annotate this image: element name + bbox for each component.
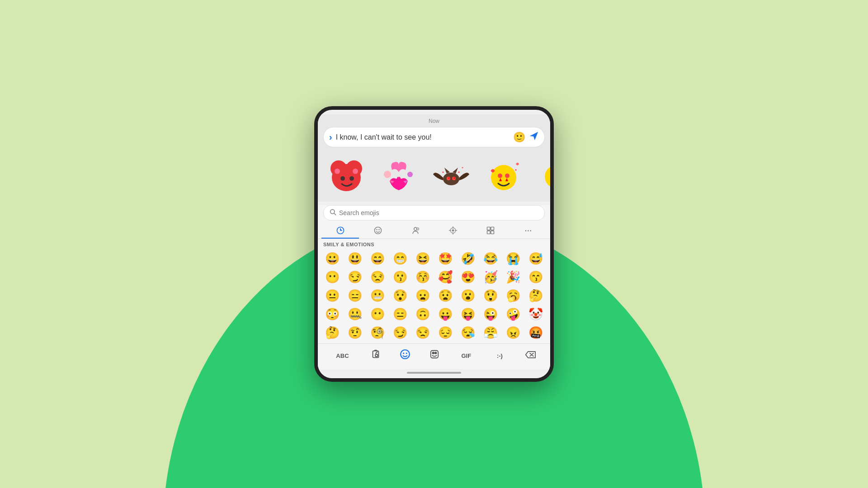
emoji-cell[interactable]: 😏 (344, 268, 366, 286)
emoji-keyboard: ⋯ SMILY & EMOTIONS 😀 😃 😄 😁 😆 🤩 🤣 😂 😭 😅 😶… (318, 205, 550, 369)
emoji-cell[interactable]: 🤡 (525, 305, 547, 323)
svg-point-14 (498, 174, 502, 178)
emoji-cell[interactable]: 🥰 (434, 268, 456, 286)
tab-objects[interactable] (434, 223, 472, 239)
svg-rect-34 (491, 231, 494, 234)
svg-rect-40 (430, 351, 438, 358)
emoji-cell[interactable]: 🙃 (412, 305, 434, 323)
svg-point-42 (435, 352, 437, 354)
svg-point-7 (384, 171, 391, 178)
emoji-cell[interactable]: 😑 (389, 305, 411, 323)
emoji-cell[interactable]: 😁 (389, 250, 411, 267)
emoji-cell[interactable]: 😲 (480, 287, 501, 305)
emoji-cell[interactable]: 🤩 (434, 250, 456, 267)
svg-point-37 (401, 350, 410, 359)
emoji-cell[interactable]: 😑 (344, 287, 366, 305)
svg-point-5 (335, 169, 340, 174)
emoji-cell[interactable]: 😜 (480, 305, 501, 323)
svg-point-36 (375, 354, 378, 357)
emoji-cell[interactable]: 😤 (480, 324, 501, 342)
svg-point-15 (505, 174, 509, 178)
emoji-cell[interactable]: 😚 (412, 268, 434, 286)
emoji-cell[interactable]: 🤔 (525, 287, 547, 305)
emoji-cell[interactable]: 😒 (367, 268, 388, 286)
tab-more[interactable]: ⋯ (509, 223, 547, 239)
emoji-cell[interactable]: 🤐 (344, 305, 366, 323)
svg-point-29 (452, 230, 454, 232)
emoji-cell[interactable]: 😙 (525, 268, 547, 286)
emoji-cell[interactable]: 😛 (434, 305, 456, 323)
emoji-cell[interactable]: 😶 (367, 305, 388, 323)
tab-symbols[interactable] (472, 223, 509, 239)
emoji-cell[interactable]: 😄 (367, 250, 388, 267)
search-icon (329, 208, 336, 217)
emoji-cell[interactable]: 😔 (434, 324, 456, 342)
emoji-cell[interactable]: 😏 (389, 324, 411, 342)
sticker-item-5[interactable] (531, 156, 550, 197)
emoji-button[interactable]: 🙂 (513, 131, 525, 143)
emoji-cell[interactable]: 😅 (525, 250, 547, 267)
emoji-cell[interactable]: 🤔 (321, 324, 343, 342)
svg-point-24 (374, 227, 381, 234)
emoji-cell[interactable]: 😶 (321, 268, 343, 286)
emoji-cell[interactable]: 🤪 (502, 305, 524, 323)
message-text: I know, I can't wait to see you! (336, 133, 509, 141)
svg-rect-32 (491, 227, 494, 230)
emoji-cell[interactable]: 🎉 (502, 268, 524, 286)
emoji-cell[interactable]: 😠 (502, 324, 524, 342)
emoticon-button[interactable]: :-) (493, 351, 506, 361)
emoji-cell[interactable]: 😳 (321, 305, 343, 323)
message-area: Now › I know, I can't wait to see you! 🙂 (318, 114, 550, 152)
sticker-item-1[interactable] (321, 156, 371, 197)
emoji-cell[interactable]: 😗 (389, 268, 411, 286)
svg-point-9 (396, 165, 401, 170)
emoji-cell[interactable]: 😮 (457, 287, 479, 305)
gif-button[interactable]: GIF (458, 351, 475, 361)
delete-button[interactable] (525, 350, 536, 362)
emoji-cell[interactable]: 🤨 (344, 324, 366, 342)
sticker-icon[interactable] (429, 349, 439, 362)
emoji-cell[interactable]: 😭 (502, 250, 524, 267)
search-bar[interactable] (323, 205, 545, 221)
sticker-item-3[interactable] (426, 156, 476, 197)
emoji-cell[interactable]: 😀 (321, 250, 343, 267)
tab-smileys[interactable] (359, 223, 396, 239)
svg-point-38 (403, 352, 404, 354)
emoji-cell[interactable]: 🤣 (457, 250, 479, 267)
emoji-cell[interactable]: 😦 (412, 287, 434, 305)
emoji-cell[interactable]: 😂 (480, 250, 501, 267)
expand-button[interactable]: › (329, 132, 332, 142)
sticker-item-4[interactable] (479, 156, 528, 197)
emoji-cell[interactable]: 😐 (321, 287, 343, 305)
emoji-cell[interactable]: 😒 (412, 324, 434, 342)
emoji-cell[interactable]: 😧 (434, 287, 456, 305)
emoji-cell[interactable]: 🥱 (502, 287, 524, 305)
tab-recent[interactable] (321, 223, 359, 239)
tab-people[interactable] (396, 223, 434, 239)
home-indicator (318, 369, 550, 378)
emoji-grid: 😀 😃 😄 😁 😆 🤩 🤣 😂 😭 😅 😶 😏 😒 😗 😚 🥰 😍 🥳 🎉 😙 … (318, 248, 550, 343)
send-button[interactable] (529, 131, 539, 143)
abc-button[interactable]: ABC (332, 351, 352, 361)
emoji-cell[interactable]: 😝 (457, 305, 479, 323)
emoji-cell[interactable]: 😬 (367, 287, 388, 305)
emoji-cell[interactable]: 🤬 (525, 324, 547, 342)
clipboard-icon[interactable] (371, 349, 381, 362)
emoji-keyboard-icon[interactable] (399, 348, 411, 363)
sticker-item-2[interactable] (374, 156, 424, 197)
svg-point-13 (491, 165, 516, 190)
emoji-cell[interactable]: 🥳 (480, 268, 501, 286)
svg-point-6 (353, 169, 358, 174)
emoji-cell[interactable]: 😃 (344, 250, 366, 267)
svg-rect-31 (487, 227, 490, 230)
emoji-cell[interactable]: 😯 (389, 287, 411, 305)
emoji-cell[interactable]: 😆 (412, 250, 434, 267)
emoji-cell[interactable]: 😪 (457, 324, 479, 342)
timestamp: Now (318, 118, 550, 124)
emoji-cell[interactable]: 😍 (457, 268, 479, 286)
search-input[interactable] (339, 209, 539, 216)
phone-frame: Now › I know, I can't wait to see you! 🙂 (314, 106, 554, 382)
emoji-cell[interactable]: 🧐 (367, 324, 388, 342)
section-label: SMILY & EMOTIONS (318, 239, 550, 248)
svg-point-25 (376, 229, 377, 230)
